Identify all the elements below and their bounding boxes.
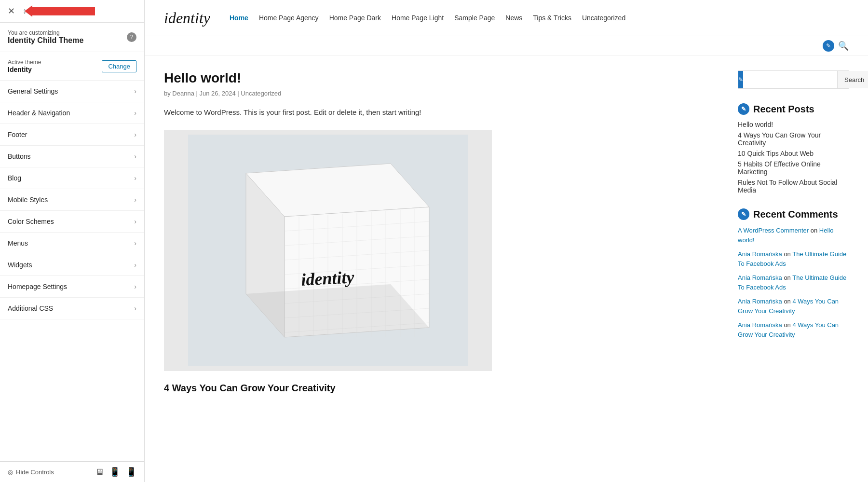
menu-item-label: Mobile Styles (8, 196, 48, 204)
menu-item-label: Footer (8, 131, 27, 138)
sidebar-item-mobile-styles[interactable]: Mobile Styles› (0, 189, 144, 211)
help-icon[interactable]: ? (127, 32, 136, 42)
chevron-right-icon: › (134, 131, 136, 138)
footer-icons: 🖥 📱 📱 (95, 467, 136, 477)
sidebar-menu: General Settings›Header & Navigation›Foo… (0, 81, 144, 461)
menu-item-label: Buttons (8, 152, 30, 160)
customizer-sidebar: ✕ ↕ You are customizing Identity Child T… (0, 0, 145, 482)
chevron-right-icon: › (134, 109, 136, 117)
comment-author-link[interactable]: A WordPress Commenter (738, 227, 809, 234)
recent-comments-edit-icon[interactable]: ✎ (738, 208, 749, 220)
post-image: identity (164, 130, 492, 371)
menu-item-label: Header & Navigation (8, 109, 70, 117)
recent-comments-title: ✎ Recent Comments (738, 208, 849, 220)
sidebar-item-header-navigation[interactable]: Header & Navigation› (0, 102, 144, 124)
sidebar-item-menus[interactable]: Menus› (0, 233, 144, 254)
chevron-right-icon: › (134, 87, 136, 95)
sidebar-item-footer[interactable]: Footer› (0, 124, 144, 146)
nav-item-sample-page[interactable]: Sample Page (454, 14, 495, 22)
desktop-view-button[interactable]: 🖥 (95, 467, 104, 477)
change-theme-button[interactable]: Change (102, 60, 136, 72)
sidebar-item-general-settings[interactable]: General Settings› (0, 81, 144, 102)
customizing-info-row: You are customizing Identity Child Theme… (8, 29, 136, 45)
post-author[interactable]: Deanna (172, 90, 194, 97)
recent-posts-widget: ✎ Recent Posts Hello world!4 Ways You Ca… (738, 103, 849, 194)
chevron-right-icon: › (134, 283, 136, 290)
menu-item-label: General Settings (8, 87, 58, 95)
post-meta: by Deanna | Jun 26, 2024 | Uncategorized (164, 90, 719, 97)
active-theme-section: Active theme Identity Change (0, 52, 144, 81)
eye-icon: ◎ (8, 468, 13, 476)
sidebar-item-blog[interactable]: Blog› (0, 167, 144, 189)
recent-posts-edit-icon[interactable]: ✎ (738, 103, 749, 115)
chevron-right-icon: › (134, 174, 136, 182)
comment-author-link[interactable]: Ania Romańska (738, 321, 782, 329)
next-post-title: 4 Ways You Can Grow Your Creativity (164, 383, 719, 394)
nav-item-tips-tricks[interactable]: Tips & Tricks (533, 14, 571, 22)
site-navigation: HomeHome Page AgencyHome Page DarkHome P… (230, 14, 625, 22)
nav-item-uncategorized[interactable]: Uncategorized (582, 14, 625, 22)
post-meta-by: by (164, 90, 171, 97)
site-logo: identity (164, 9, 210, 27)
comment-author-link[interactable]: Ania Romańska (738, 298, 782, 305)
mobile-view-button[interactable]: 📱 (126, 467, 136, 477)
recent-posts-title: ✎ Recent Posts (738, 103, 849, 115)
active-theme-info: Active theme Identity (8, 59, 41, 73)
active-theme-row: Active theme Identity Change (8, 59, 136, 73)
chevron-right-icon: › (134, 304, 136, 312)
customizing-info-text: You are customizing Identity Child Theme (8, 29, 83, 45)
chevron-right-icon: › (134, 152, 136, 160)
recent-comments-heading: Recent Comments (753, 209, 838, 220)
search-input[interactable] (743, 71, 837, 88)
post-category[interactable]: Uncategorized (241, 90, 281, 97)
recent-post-link[interactable]: 5 Habits Of Effective Online Marketing (738, 160, 849, 176)
sidebar-item-additional-css[interactable]: Additional CSS› (0, 298, 144, 319)
search-widget-edit-icon[interactable]: ✎ (738, 71, 743, 88)
search-icon[interactable]: 🔍 (838, 41, 849, 51)
recent-comment-item: Ania Romańska on 4 Ways You Can Grow You… (738, 297, 849, 316)
recent-comments-list: A WordPress Commenter on Hello world!Ani… (738, 226, 849, 339)
nav-item-home[interactable]: Home (230, 14, 248, 22)
arrow-indicator (32, 7, 95, 15)
search-widget: ✎ Search (738, 70, 849, 89)
comment-author-link[interactable]: Ania Romańska (738, 274, 782, 281)
recent-post-link[interactable]: Hello world! (738, 121, 849, 128)
child-theme-name: Identity Child Theme (8, 36, 83, 45)
post-excerpt: Welcome to WordPress. This is your first… (164, 107, 719, 118)
menu-item-label: Blog (8, 174, 21, 182)
comment-author-link[interactable]: Ania Romańska (738, 250, 782, 258)
menu-item-label: Menus (8, 239, 28, 247)
search-button[interactable]: Search (837, 71, 868, 88)
search-edit-icon[interactable]: ✎ (823, 40, 834, 52)
recent-post-link[interactable]: 4 Ways You Can Grow Your Creativity (738, 131, 849, 147)
red-arrow-decoration (32, 7, 95, 15)
header-search-area: ✎ 🔍 (145, 36, 868, 56)
sidebar-item-color-schemes[interactable]: Color Schemes› (0, 211, 144, 233)
sidebar-item-buttons[interactable]: Buttons› (0, 146, 144, 167)
close-button[interactable]: ✕ (6, 4, 17, 18)
hide-controls-button[interactable]: ◎ Hide Controls (8, 468, 54, 476)
post-title: Hello world! (164, 70, 719, 86)
sidebar-topbar: ✕ ↕ (0, 0, 144, 23)
chevron-right-icon: › (134, 196, 136, 204)
nav-item-news[interactable]: News (505, 14, 522, 22)
recent-posts-heading: Recent Posts (753, 104, 814, 115)
sidebar-item-widgets[interactable]: Widgets› (0, 254, 144, 276)
customizing-label: You are customizing (8, 29, 83, 36)
recent-post-link[interactable]: 10 Quick Tips About Web (738, 150, 849, 157)
chevron-right-icon: › (134, 239, 136, 247)
identity-box-svg: identity (188, 135, 468, 366)
sidebar-footer: ◎ Hide Controls 🖥 📱 📱 (0, 461, 144, 482)
nav-item-home-page-agency[interactable]: Home Page Agency (259, 14, 319, 22)
recent-post-link[interactable]: Rules Not To Follow About Social Media (738, 179, 849, 194)
tablet-view-button[interactable]: 📱 (109, 467, 120, 477)
recent-comment-item: Ania Romańska on 4 Ways You Can Grow You… (738, 320, 849, 339)
sidebar-item-homepage-settings[interactable]: Homepage Settings› (0, 276, 144, 298)
post-date: Jun 26, 2024 (200, 90, 236, 97)
site-header: identity HomeHome Page AgencyHome Page D… (145, 0, 868, 36)
nav-item-home-page-light[interactable]: Home Page Light (392, 14, 444, 22)
menu-item-label: Widgets (8, 261, 32, 269)
recent-comment-item: Ania Romańska on The Ultimate Guide To F… (738, 273, 849, 292)
sidebar-info-section: You are customizing Identity Child Theme… (0, 23, 144, 52)
nav-item-home-page-dark[interactable]: Home Page Dark (329, 14, 381, 22)
